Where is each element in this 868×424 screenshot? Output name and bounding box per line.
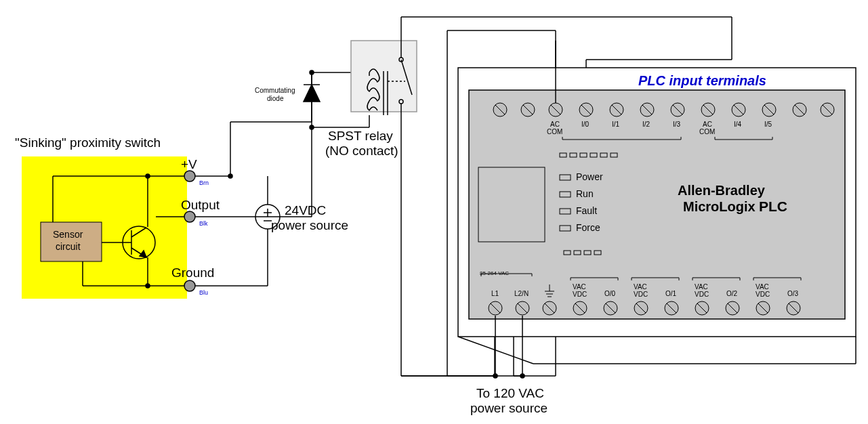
l2n-label: L2/N <box>514 290 529 297</box>
svg-point-41 <box>228 174 232 178</box>
sensor-circuit-label-1: Sensor <box>53 229 83 240</box>
led-fault: Fault <box>576 205 597 216</box>
svg-point-51 <box>399 100 403 104</box>
svg-point-10 <box>184 171 195 182</box>
i3-label: I/3 <box>673 121 680 128</box>
to-120-vac-2: power source <box>470 401 547 416</box>
to-120-vac-1: To 120 VAC <box>476 386 544 401</box>
vac2a: VAC <box>634 283 647 291</box>
plus-v-label: +V <box>181 157 197 172</box>
wire-blk: Blk <box>199 220 208 227</box>
svg-point-14 <box>184 211 195 222</box>
i0-label: I/0 <box>581 121 589 128</box>
i1-label: I/1 <box>612 121 619 128</box>
vac4a: VAC <box>756 283 769 291</box>
wire-blu: Blu <box>199 289 208 296</box>
ground-label: Ground <box>171 266 214 280</box>
o0-label: O/0 <box>604 290 615 297</box>
commutating-label-1: Commutating <box>255 87 295 94</box>
svg-point-17 <box>184 280 195 291</box>
svg-rect-106 <box>478 167 545 242</box>
sensor-circuit-label-2: circuit <box>56 241 81 252</box>
vac3b: VDC <box>695 291 709 298</box>
24vdc-label-2: power source <box>271 218 348 233</box>
i5-label: I/5 <box>764 121 772 128</box>
ac-com-2b: COM <box>699 128 715 135</box>
vac3a: VAC <box>695 283 708 291</box>
spst-relay-label: SPST relay <box>328 129 393 144</box>
led-force: Force <box>576 222 600 233</box>
plc-name-1: Allen-Bradley <box>678 183 765 198</box>
ac-com-1b: COM <box>547 128 562 135</box>
24vdc-label-1: 24VDC <box>285 203 326 218</box>
o1-label: O/1 <box>665 290 676 297</box>
range-label: 85-264 VAC <box>480 270 509 276</box>
commutating-label-2: diode <box>267 95 283 102</box>
ac-com-2a: AC <box>703 121 712 128</box>
wire-brn: Brn <box>199 179 209 186</box>
vac1a: VAC <box>573 283 586 291</box>
vac1b: VDC <box>573 291 587 298</box>
plc-suffix: PLC <box>759 198 787 215</box>
i2-label: I/2 <box>642 121 650 128</box>
output-label: Output <box>181 198 220 213</box>
vac2b: VDC <box>634 291 648 298</box>
plc-name-2: MicroLogix <box>683 199 756 215</box>
o3-label: O/3 <box>787 290 798 297</box>
l1-label: L1 <box>491 290 499 297</box>
led-power: Power <box>576 171 603 182</box>
o2-label: O/2 <box>726 290 737 297</box>
vac4b: VDC <box>756 291 770 298</box>
plc-input-terminals-label: PLC input terminals <box>638 73 766 89</box>
sinking-switch-label: "Sinking" proximity switch <box>15 135 161 150</box>
i4-label: I/4 <box>734 121 741 128</box>
ac-com-1a: AC <box>550 121 560 128</box>
svg-marker-29 <box>304 85 320 102</box>
led-run: Run <box>576 188 594 199</box>
no-contact-label: (NO contact) <box>325 144 398 158</box>
